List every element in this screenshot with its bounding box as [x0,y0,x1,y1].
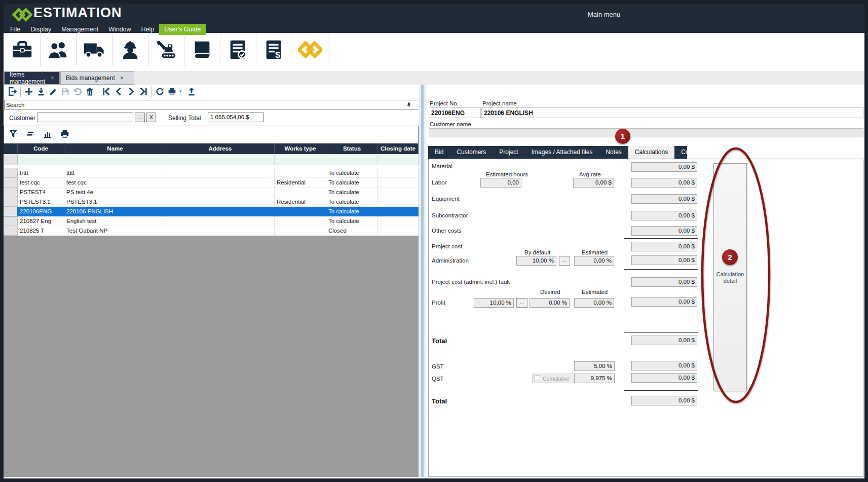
table-row[interactable]: trttttttttTo calculate [4,168,419,178]
delete-icon[interactable] [84,86,96,97]
undo-icon[interactable] [71,86,84,97]
project-cost-admin-amount-field[interactable]: 0,00 $ [631,277,697,287]
row-selector[interactable] [4,188,18,197]
next-record-icon[interactable] [125,86,137,97]
cumulative-checkbox[interactable] [535,376,540,381]
project-no-value[interactable]: 220106ENG [429,107,481,118]
profit-browse-button[interactable]: ... [516,298,527,308]
row-selector[interactable] [4,168,18,178]
equipment-amount-field[interactable]: 0,00 $ [631,194,697,204]
table-header-address[interactable]: Address [166,143,275,154]
gst-rate-field[interactable]: 5,00 % [574,361,615,371]
detail-tab-project[interactable]: Project [493,146,524,159]
filter-cell[interactable] [275,154,326,165]
close-icon[interactable]: × [120,75,124,82]
table-header-closing-date[interactable]: Closing date [378,143,419,154]
detail-tab-images-attached-files[interactable]: Images / Attached files [525,146,599,159]
labor-hours-field[interactable]: 0,00 [480,178,521,188]
table-row[interactable]: test cqctest cqcResidentialTo calculate [4,178,419,188]
filter-cell[interactable] [326,154,378,165]
material-amount-field[interactable]: 0,00 $ [631,162,697,172]
customers-icon[interactable] [41,33,77,66]
estimation-gold-logo-icon[interactable] [292,33,328,66]
project-cost-amount-field[interactable]: 0,00 $ [631,242,697,251]
filter-cell[interactable] [378,154,419,165]
chart-icon[interactable] [43,129,53,141]
total-amount-field[interactable]: 0,00 $ [631,336,697,345]
labor-avg-rate-field[interactable]: 0,00 $ [573,178,614,188]
row-selector[interactable] [4,197,18,207]
first-record-icon[interactable] [100,86,112,97]
tab-bids-management[interactable]: Bids management× [60,71,134,85]
bid-dollar-icon[interactable]: $ [256,33,292,66]
truck-icon[interactable] [77,33,112,66]
print-list-icon[interactable] [60,129,70,141]
customer-clear-button[interactable]: X [146,113,156,122]
filter-cell[interactable] [64,154,166,165]
row-selector[interactable] [4,207,18,216]
grand-total-amount-field[interactable]: 0,00 $ [631,396,697,405]
administration-browse-button[interactable]: ... [559,256,570,266]
toolbox-icon[interactable] [5,33,41,66]
customer-input[interactable] [37,113,133,122]
exit-icon[interactable] [6,86,18,97]
table-row[interactable]: PSTEST3.1PSTEST3.1ResidentialTo calculat… [4,197,419,207]
excavator-icon[interactable] [148,33,184,66]
row-selector[interactable] [4,216,18,226]
filter-cell[interactable] [166,154,275,165]
close-icon[interactable]: × [51,75,54,82]
bid-check-icon[interactable] [220,33,256,66]
labor-amount-field[interactable]: 0,00 $ [631,178,697,188]
table-row[interactable]: 210827 EngEnglish testTo calculate [4,216,419,226]
table-header-name[interactable]: Name [64,143,166,154]
table-header-works-type[interactable]: Works type [275,143,326,154]
profit-estimated-field[interactable]: 0,00 % [574,298,614,308]
catalog-icon[interactable] [184,33,220,66]
separator-line [624,238,698,239]
print-dropdown-icon[interactable]: ▼ [178,89,182,94]
profit-desired-field[interactable]: 0,00 % [530,298,570,308]
add-icon[interactable] [23,86,35,97]
customer-browse-button[interactable]: ... [135,113,145,122]
last-record-icon[interactable] [137,86,149,97]
refresh-icon[interactable] [154,86,166,97]
edit-icon[interactable] [47,86,59,97]
detail-tab-bid[interactable]: Bid [428,146,450,159]
tab-items-management[interactable]: Items management× [4,71,60,85]
qst-amount-field[interactable]: 0,00 $ [631,373,697,383]
subcontractor-amount-field[interactable]: 0,00 $ [631,211,697,220]
detail-tab-calculations[interactable]: Calculations [628,146,674,159]
table-row[interactable]: 210825 TTest Gabarit NPClosed [4,226,419,236]
administration-estimated-field[interactable]: 0,00 % [574,256,614,266]
calculation-detail-button[interactable]: Calculation detail [713,163,747,391]
detail-tab-compilation[interactable]: Compilation [674,146,720,159]
row-selector[interactable] [4,178,18,188]
table-header-code[interactable]: Code [18,143,64,154]
table-row[interactable]: PSTEST4PS test 4eTo calculate [4,188,419,197]
detail-tab-notes[interactable]: Notes [599,146,628,159]
table-header-status[interactable]: Status [326,143,378,154]
administration-amount-field[interactable]: 0,00 $ [631,255,697,265]
administration-by-default-field[interactable]: 10,00 % [516,256,556,266]
customer-name-value[interactable] [429,128,863,137]
filter-icon[interactable] [8,129,18,141]
previous-record-icon[interactable] [112,86,125,97]
profit-by-default-field[interactable]: 10,00 % [474,298,514,308]
profit-amount-field[interactable]: 0,00 $ [631,297,697,307]
project-name-value[interactable]: 220106 ENGLISH [481,107,863,118]
row-selector[interactable] [4,226,18,236]
worker-icon[interactable] [112,33,148,66]
main-menu-label[interactable]: Main menu [588,11,620,18]
summary-icon[interactable] [25,129,35,141]
export-icon[interactable] [185,86,198,97]
print-icon[interactable] [166,86,178,97]
qst-rate-field[interactable]: 9,975 % [574,374,615,383]
import-icon[interactable] [35,86,47,97]
gst-amount-field[interactable]: 0,00 $ [631,361,697,370]
other-costs-amount-field[interactable]: 0,00 $ [631,226,697,236]
search-input[interactable] [4,100,423,109]
filter-cell[interactable] [18,154,64,165]
table-row[interactable]: 220106ENG220106 ENGLISHTo calculate [4,207,419,216]
pin-icon[interactable] [405,101,412,110]
detail-tab-customers[interactable]: Customers [450,146,493,159]
